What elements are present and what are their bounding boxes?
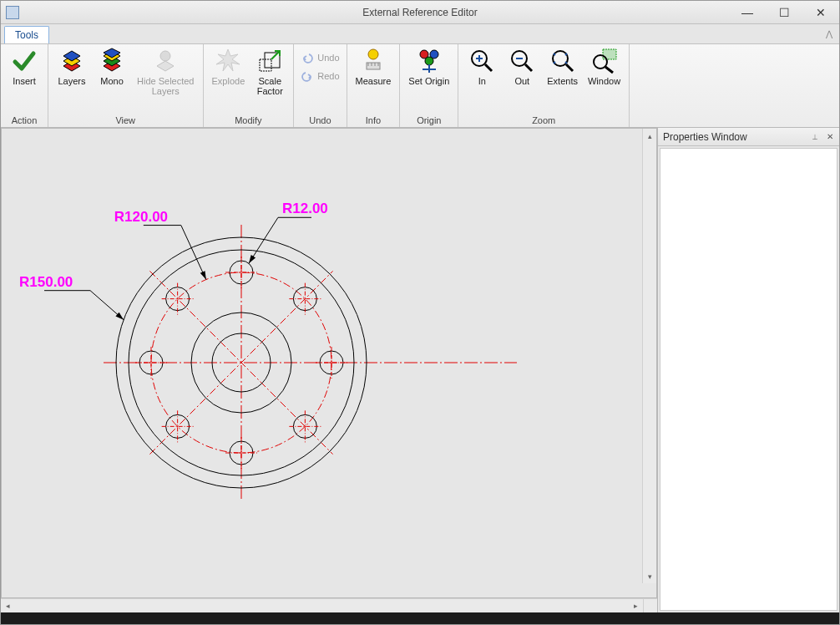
tab-tools[interactable]: Tools [4,26,49,43]
drawing-canvas[interactable]: R150.00R120.00R12.00 ▴ ▾ [1,128,657,598]
insert-button[interactable]: Insert [6,46,43,88]
window-title: External Reference Editor [1,7,839,18]
ribbon-collapse-icon[interactable]: ⋀ [826,29,832,38]
svg-line-34 [605,67,613,73]
zoom-window-icon [591,48,618,74]
app-icon [6,6,19,19]
layers-icon [58,48,85,74]
scroll-right-icon[interactable]: ▸ [629,602,643,610]
check-icon [11,48,38,74]
panel-close-icon[interactable]: ✕ [824,130,836,142]
svg-marker-78 [249,255,256,263]
svg-text:R150.00: R150.00 [19,274,73,290]
vertical-scrollbar[interactable]: ▴ ▾ [642,129,656,583]
svg-rect-11 [265,53,280,68]
explode-icon [215,48,241,74]
set-origin-button[interactable]: Set Origin [405,46,453,88]
zoom-out-button[interactable]: Out [503,46,540,88]
properties-panel-header: Properties Window ⟂ ✕ [658,128,839,146]
layers-button[interactable]: Layers [53,46,90,88]
mono-icon [99,48,125,74]
svg-point-7 [160,51,170,61]
close-button[interactable]: ✕ [802,1,839,23]
scroll-left-icon[interactable]: ◂ [1,602,15,610]
properties-panel-body [660,148,837,611]
svg-marker-74 [200,271,206,279]
minimize-button[interactable]: — [729,1,766,23]
svg-marker-8 [157,61,174,71]
measure-icon [360,48,387,74]
svg-point-33 [594,55,607,69]
zoom-in-icon [468,48,495,74]
hide-selected-layers-button: Hide Selected Layers [134,46,198,98]
zoom-extents-button[interactable]: Extents [544,46,581,88]
redo-button: Redo [297,68,342,84]
pin-icon[interactable]: ⟂ [809,130,821,142]
zoom-out-icon [509,48,535,74]
zoom-in-button[interactable]: In [463,46,500,88]
svg-line-72 [181,226,206,280]
svg-line-28 [525,64,532,71]
ribbon: Insert Action Layers Mono [1,44,839,128]
svg-point-30 [553,51,568,66]
redo-icon [301,69,314,83]
scale-icon [256,48,283,74]
undo-button: Undo [297,49,342,66]
scroll-up-icon[interactable]: ▴ [643,129,656,143]
drawing-canvas-wrap: R150.00R120.00R12.00 ▴ ▾ ◂ ▸ [1,128,657,612]
svg-line-31 [566,64,573,71]
scale-factor-button[interactable]: Scale Factor [251,46,288,98]
hide-layers-icon [152,48,179,74]
svg-text:R12.00: R12.00 [282,201,328,216]
explode-button: Explode [209,46,249,88]
zoom-extents-icon [549,48,576,74]
properties-panel: Properties Window ⟂ ✕ [657,128,839,612]
svg-marker-9 [216,49,240,71]
zoom-window-button[interactable]: Window [584,46,624,88]
measure-button[interactable]: Measure [352,46,395,88]
svg-point-20 [425,57,433,65]
svg-point-12 [368,49,378,59]
horizontal-scrollbar[interactable]: ◂ ▸ [1,598,643,612]
origin-icon [416,48,443,74]
svg-line-24 [485,64,492,71]
scroll-down-icon[interactable]: ▾ [643,569,656,583]
ribbon-tabstrip: Tools ⋀ [1,24,839,44]
titlebar: External Reference Editor — ☐ ✕ [1,1,839,24]
statusbar [1,612,839,624]
mono-button[interactable]: Mono [94,46,130,88]
properties-panel-title: Properties Window [663,131,747,143]
undo-icon [301,51,314,64]
maximize-button[interactable]: ☐ [766,1,802,23]
svg-text:R120.00: R120.00 [114,209,168,225]
svg-rect-10 [260,59,271,71]
